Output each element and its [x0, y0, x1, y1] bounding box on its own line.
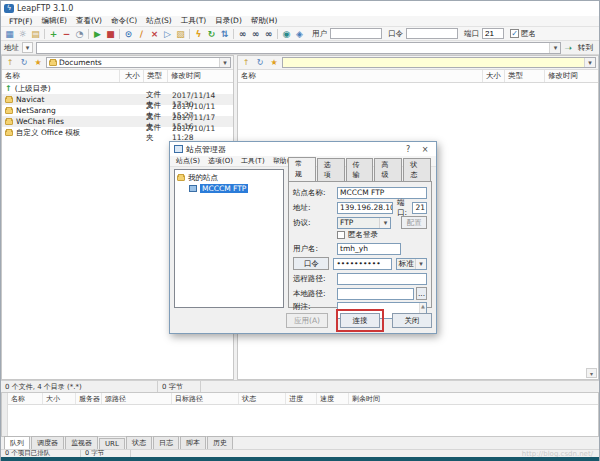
remote-path-combobox[interactable]: ▾	[282, 57, 596, 68]
tab-queue[interactable]: 队列	[4, 436, 30, 449]
chevron-down-icon[interactable]: ▾	[584, 58, 595, 67]
protocol-select[interactable]: FTP ▾	[337, 217, 391, 229]
menu-site[interactable]: 站点(S)	[142, 16, 176, 26]
column-modified[interactable]: 修改时间	[545, 70, 598, 82]
tab-status[interactable]: 状态	[403, 158, 431, 181]
quick-connect-icon[interactable]: ϟ	[192, 28, 205, 40]
find-icon[interactable]: ∞	[236, 28, 249, 40]
password-input[interactable]	[406, 28, 458, 39]
options-icon[interactable]: ☼	[16, 28, 29, 40]
tab-monitor[interactable]: 监视器	[65, 436, 98, 449]
queue-column-target[interactable]: 目标路径	[172, 393, 239, 404]
remote-path-input[interactable]	[337, 273, 427, 285]
find-prev-icon[interactable]: ∞	[262, 28, 275, 40]
menu-view[interactable]: 查看(V)	[72, 16, 106, 26]
queue-column-remaining[interactable]: 剩余时间	[349, 393, 598, 404]
connect-button[interactable]: 连接	[340, 313, 380, 328]
tab-transfer[interactable]: 传输	[346, 158, 374, 181]
start-transfer-icon[interactable]: ▶	[91, 28, 104, 40]
web-icon[interactable]: ◉	[280, 28, 293, 40]
menu-directory[interactable]: 目录(D)	[211, 16, 246, 26]
queue-column-size[interactable]: 大小	[43, 393, 76, 404]
tab-status[interactable]: 状态	[126, 436, 152, 449]
dialog-menu-options[interactable]: 选项(O)	[205, 156, 236, 166]
make-dir-icon[interactable]: ▧	[174, 28, 187, 40]
local-path-input[interactable]	[337, 288, 414, 300]
column-type[interactable]: 类型	[144, 70, 168, 82]
edit-icon[interactable]: ∕	[135, 28, 148, 40]
chevron-down-icon[interactable]: ▾	[549, 43, 560, 53]
up-directory-icon[interactable]: ↑	[4, 57, 16, 68]
site-name-input[interactable]: MCCCM FTP	[337, 187, 427, 199]
tab-scheduler[interactable]: 调度器	[31, 436, 64, 449]
password-button[interactable]: 口令	[293, 257, 329, 270]
scrollbar-down-icon[interactable]: ▾	[586, 368, 597, 378]
dialog-menu-site[interactable]: 站点(S)	[173, 156, 203, 166]
stop-transfer-icon[interactable]: ■	[104, 28, 117, 40]
tab-advanced[interactable]: 高级	[374, 158, 402, 181]
add-site-icon[interactable]: +	[47, 28, 60, 40]
menu-command[interactable]: 命令(C)	[107, 16, 141, 26]
column-size[interactable]: 大小	[483, 70, 505, 82]
column-modified[interactable]: 修改时间	[168, 70, 233, 82]
anonymous-login-checkbox[interactable]	[337, 231, 345, 239]
tab-url[interactable]: URL	[99, 438, 125, 449]
refresh-icon[interactable]: ↻	[18, 57, 30, 68]
column-name[interactable]: 名称	[238, 70, 483, 82]
browse-button[interactable]: ...	[416, 287, 427, 300]
queue-column-speed[interactable]: 速度	[317, 393, 349, 404]
tab-script[interactable]: 脚本	[180, 436, 206, 449]
folder-icon[interactable]: ▤	[29, 28, 42, 40]
port-input[interactable]	[482, 28, 504, 39]
dialog-menu-tools[interactable]: 工具(T)	[238, 156, 268, 166]
address-dropdown-icon[interactable]: ▾	[22, 42, 33, 53]
file-row[interactable]: 自定义 Office 模板 文件夹 2017/10/11 11:28	[2, 127, 233, 138]
column-name[interactable]: 名称	[2, 70, 120, 82]
refresh-icon[interactable]: ↻	[205, 28, 218, 40]
refresh-icon[interactable]: ↻	[254, 57, 266, 68]
user-input[interactable]	[330, 28, 382, 39]
menu-tools[interactable]: 工具(T)	[177, 16, 210, 26]
menu-edit[interactable]: 编辑(E)	[37, 16, 71, 26]
tree-root-mysites[interactable]: 我的站点	[177, 172, 281, 183]
menu-ftp[interactable]: FTP(F)	[5, 17, 36, 26]
tab-general[interactable]: 常规	[288, 157, 316, 181]
tab-history[interactable]: 历史	[207, 436, 233, 449]
schedule-icon[interactable]: ◔	[73, 28, 86, 40]
go-button[interactable]: 转到	[575, 43, 596, 53]
favorites-icon[interactable]: ★	[32, 57, 44, 68]
queue-column-status[interactable]: 状态	[239, 393, 286, 404]
address-input[interactable]: 139.196.28.100	[337, 202, 393, 214]
chevron-down-icon[interactable]: ▾	[219, 58, 230, 67]
queue-column-source[interactable]: 源路径	[102, 393, 172, 404]
queue-column-progress[interactable]: 进度	[286, 393, 317, 404]
help-button[interactable]: ?	[401, 145, 415, 154]
port-input[interactable]: 21	[412, 202, 427, 214]
queue-column-name[interactable]: 名称	[8, 393, 43, 404]
delete-icon[interactable]: ×	[148, 28, 161, 40]
transfer-icon[interactable]: ◈	[293, 28, 306, 40]
username-input[interactable]: tmh_yh	[337, 243, 401, 255]
favorites-icon[interactable]: ★	[268, 57, 280, 68]
queue-column-server[interactable]: 服务器	[76, 393, 102, 404]
search-icon[interactable]: ⊙	[122, 28, 135, 40]
tree-site-item[interactable]: MCCCM FTP	[177, 183, 281, 194]
chevron-down-icon[interactable]: ▾	[415, 259, 426, 269]
address-combobox[interactable]: ▾	[36, 42, 561, 54]
column-type[interactable]: 类型	[505, 70, 545, 82]
tab-log[interactable]: 日志	[153, 436, 179, 449]
site-manager-icon[interactable]: ▦	[3, 28, 16, 40]
tab-options[interactable]: 选项	[317, 158, 345, 181]
anonymous-checkbox[interactable]: ✓	[510, 29, 519, 38]
find-next-icon[interactable]: ∞	[249, 28, 262, 40]
chevron-down-icon[interactable]: ▾	[379, 218, 390, 228]
dialog-close-button[interactable]: 关闭	[392, 313, 432, 328]
menu-help[interactable]: 帮助(H)	[247, 16, 282, 26]
up-directory-icon[interactable]: ↑	[240, 57, 252, 68]
password-input[interactable]: ••••••••••	[333, 258, 391, 270]
column-size[interactable]: 大小	[120, 70, 144, 82]
remove-site-icon[interactable]: −	[60, 28, 73, 40]
password-mode-select[interactable]: 标准 ▾	[396, 258, 427, 270]
local-path-combobox[interactable]: Documents ▾	[46, 57, 231, 68]
resume-icon[interactable]: ▷	[161, 28, 174, 40]
